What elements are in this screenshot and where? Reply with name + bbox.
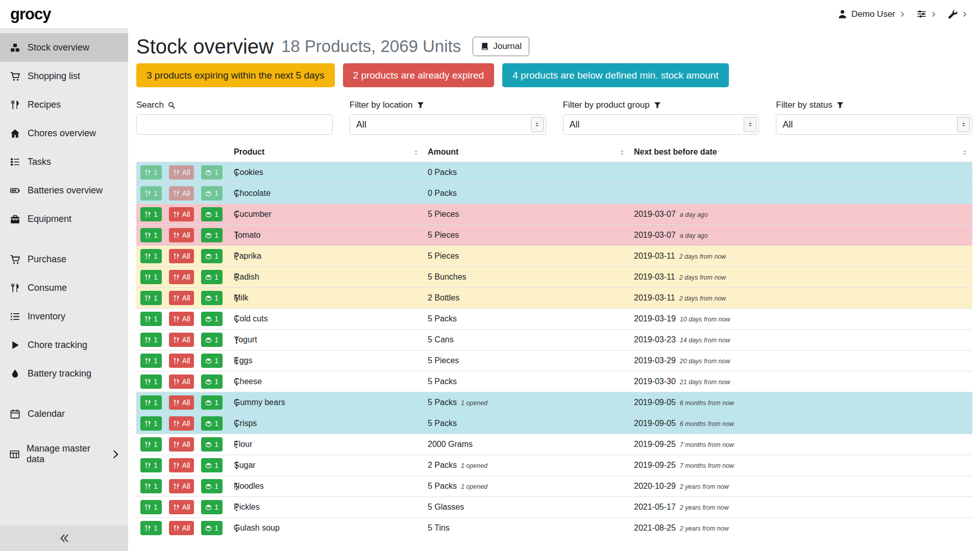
location-filter-label: Filter by location [350, 100, 546, 110]
sidebar-item-stock-overview[interactable]: Stock overview [0, 33, 128, 62]
amount-column-header[interactable]: Amount [424, 145, 630, 162]
open-one-button[interactable]: 1 [201, 291, 223, 305]
sidebar-item-shopping-list[interactable]: Shopping list [0, 62, 128, 90]
consume-one-button[interactable]: 1 [140, 521, 162, 535]
consume-one-button[interactable]: 1 [140, 479, 162, 493]
product-group-filter[interactable]: All [563, 114, 760, 135]
expired-banner[interactable]: 2 products are already expired [343, 63, 495, 87]
sidebar-item-recipes[interactable]: Recipes [0, 90, 128, 119]
consume-one-button[interactable]: 1 [140, 186, 162, 201]
search-label: Search [136, 100, 333, 110]
open-one-button[interactable]: 1 [201, 395, 223, 410]
sort-icon[interactable] [961, 149, 968, 156]
consume-all-button[interactable]: All [169, 186, 194, 201]
open-one-button[interactable]: 1 [201, 249, 223, 263]
consume-one-button[interactable]: 1 [140, 374, 162, 389]
consume-one-button[interactable]: 1 [140, 165, 162, 180]
consume-all-button[interactable]: All [169, 291, 194, 305]
consume-all-button[interactable]: All [169, 458, 194, 472]
utensils-icon [173, 169, 180, 176]
consume-one-button[interactable]: 1 [140, 416, 162, 431]
location-filter[interactable]: All [350, 114, 546, 135]
consume-one-button[interactable]: 1 [140, 249, 162, 263]
sidebar-item-battery-tracking[interactable]: Battery tracking [0, 359, 128, 388]
open-one-button[interactable]: 1 [201, 354, 223, 368]
row-actions-cell: 1All1 [136, 455, 230, 476]
consume-one-button[interactable]: 1 [140, 437, 162, 452]
consume-one-button[interactable]: 1 [140, 228, 162, 242]
sort-icon[interactable] [619, 149, 626, 156]
open-one-button[interactable]: 1 [201, 270, 223, 284]
sort-icon[interactable] [412, 149, 420, 156]
consume-all-button[interactable]: All [169, 165, 194, 180]
sidebar-item-chore-tracking[interactable]: Chore tracking [0, 331, 128, 359]
consume-one-button[interactable]: 1 [140, 500, 162, 514]
actions-column-header [136, 145, 230, 162]
consume-one-button[interactable]: 1 [140, 395, 162, 410]
grocy-logo[interactable]: grocy [10, 5, 51, 23]
sidebar-item-equipment[interactable]: Equipment [0, 205, 128, 233]
sidebar-item-consume[interactable]: Consume [0, 273, 128, 302]
consume-all-button[interactable]: All [169, 354, 194, 368]
collapse-sidebar-button[interactable] [0, 525, 128, 551]
amount-cell: 2 Packs1 opened [424, 455, 630, 476]
open-one-button[interactable]: 1 [201, 207, 223, 221]
sidebar-item-batteries-overview[interactable]: Batteries overview [0, 176, 128, 205]
open-one-button[interactable]: 1 [201, 416, 223, 431]
row-actions-cell: 1All1 [136, 392, 230, 413]
box-open-icon [205, 525, 212, 532]
open-one-button[interactable]: 1 [201, 228, 223, 242]
consume-all-button[interactable]: All [169, 395, 194, 410]
sidebar-item-inventory[interactable]: Inventory [0, 302, 128, 331]
row-actions: 1All1 [140, 500, 226, 514]
consume-one-button[interactable]: 1 [140, 291, 162, 305]
cart-icon [9, 255, 21, 264]
consume-all-button-label: All [182, 252, 190, 260]
consume-all-button[interactable]: All [169, 228, 194, 242]
settings-menu[interactable] [917, 9, 937, 19]
consume-all-button[interactable]: All [169, 416, 194, 431]
sidebar-item-manage-master-data[interactable]: Manage master data [0, 440, 128, 468]
consume-all-button[interactable]: All [169, 312, 194, 326]
consume-all-button[interactable]: All [169, 479, 194, 493]
consume-one-button[interactable]: 1 [140, 312, 162, 326]
status-filter[interactable]: All [776, 114, 972, 135]
open-one-button[interactable]: 1 [201, 374, 223, 389]
consume-all-button[interactable]: All [169, 500, 194, 514]
consume-one-button-label: 1 [154, 440, 158, 448]
open-one-button[interactable]: 1 [201, 312, 223, 326]
open-one-button[interactable]: 1 [201, 186, 223, 201]
product-column-header[interactable]: Product [230, 145, 424, 162]
open-one-button[interactable]: 1 [201, 500, 223, 514]
admin-menu[interactable] [948, 9, 968, 19]
consume-all-button[interactable]: All [169, 270, 194, 284]
consume-all-button[interactable]: All [169, 333, 194, 347]
consume-all-button[interactable]: All [169, 207, 194, 221]
consume-all-button[interactable]: All [169, 249, 194, 263]
consume-all-button[interactable]: All [169, 374, 194, 389]
sidebar-item-tasks[interactable]: Tasks [0, 147, 128, 176]
sidebar-item-chores-overview[interactable]: Chores overview [0, 119, 128, 147]
open-one-button[interactable]: 1 [201, 437, 223, 452]
open-one-button[interactable]: 1 [201, 165, 223, 180]
journal-button[interactable]: Journal [473, 37, 529, 56]
expiring-banner[interactable]: 3 products expiring within the next 5 da… [136, 63, 335, 87]
consume-one-button[interactable]: 1 [140, 333, 162, 347]
consume-all-button[interactable]: All [169, 437, 194, 452]
sidebar-item-calendar[interactable]: Calendar [0, 399, 128, 428]
search-input[interactable] [136, 114, 333, 135]
open-one-button[interactable]: 1 [201, 458, 223, 472]
consume-one-button[interactable]: 1 [140, 354, 162, 368]
below-min-stock-banner[interactable]: 4 products are below defined min. stock … [502, 63, 728, 87]
consume-one-button[interactable]: 1 [140, 270, 162, 284]
consume-one-button[interactable]: 1 [140, 458, 162, 472]
open-one-button[interactable]: 1 [201, 479, 223, 493]
product-name: Noodles [230, 476, 424, 497]
consume-one-button[interactable]: 1 [140, 207, 162, 221]
date-column-header[interactable]: Next best before date [630, 145, 972, 162]
user-menu[interactable]: Demo User [838, 9, 905, 19]
open-one-button[interactable]: 1 [201, 521, 223, 535]
sidebar-item-purchase[interactable]: Purchase [0, 245, 128, 273]
open-one-button[interactable]: 1 [201, 333, 223, 347]
consume-all-button[interactable]: All [169, 521, 194, 535]
